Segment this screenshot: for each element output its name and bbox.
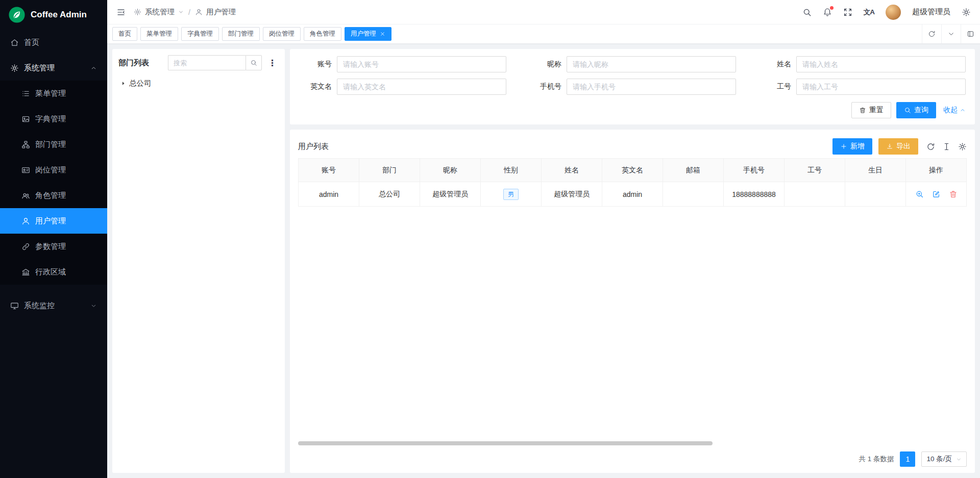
cell-gender: 男 <box>481 182 542 207</box>
breadcrumb-page: 用户管理 <box>206 7 236 17</box>
tab-dict-mgmt[interactable]: 字典管理 <box>181 27 219 41</box>
breadcrumb-section[interactable]: 系统管理 <box>145 7 175 17</box>
sidebar-item-param-mgmt[interactable]: 参数管理 <box>0 234 107 259</box>
sidebar-item-user-mgmt[interactable]: 用户管理 <box>0 208 107 234</box>
close-icon[interactable] <box>380 31 385 37</box>
fullscreen-icon[interactable] <box>843 8 852 17</box>
tab-menu-mgmt[interactable]: 菜单管理 <box>140 27 178 41</box>
chevron-down-icon <box>90 303 97 309</box>
sitemap-icon <box>21 140 30 149</box>
tab-role-mgmt[interactable]: 角色管理 <box>304 27 341 41</box>
department-panel-title: 部门列表 <box>118 58 149 68</box>
tab-home[interactable]: 首页 <box>112 27 137 41</box>
col-dept: 部门 <box>359 159 420 182</box>
department-search <box>168 55 262 70</box>
cell-phone: 18888888888 <box>724 182 785 207</box>
name-input[interactable] <box>796 56 966 72</box>
add-user-button[interactable]: 新增 <box>832 138 872 155</box>
col-account: 账号 <box>299 159 359 182</box>
pagination: 共 1 条数据 1 10 条/页 <box>298 445 967 467</box>
en-name-input[interactable] <box>337 79 506 95</box>
avatar[interactable] <box>886 5 901 20</box>
plus-icon <box>840 143 847 150</box>
sidebar-item-dept-mgmt[interactable]: 部门管理 <box>0 132 107 157</box>
phone-input[interactable] <box>567 79 736 95</box>
notification-dot <box>830 6 834 10</box>
col-email: 邮箱 <box>663 159 724 182</box>
tree-node-root[interactable]: 总公司 <box>118 78 279 89</box>
department-panel: 部门列表 ⋮ 总公司 <box>112 49 285 473</box>
field-en-name: 英文名 <box>299 79 506 95</box>
link-icon <box>21 242 30 251</box>
col-nickname: 昵称 <box>420 159 481 182</box>
row-height-icon[interactable] <box>942 142 951 151</box>
reset-button[interactable]: 重置 <box>851 102 891 118</box>
delete-icon[interactable] <box>949 190 958 198</box>
tab-tools <box>922 24 980 43</box>
sidebar-group-monitor[interactable]: 系统监控 <box>0 293 107 318</box>
user-list-title: 用户列表 <box>298 142 329 152</box>
tab-refresh-icon[interactable] <box>922 24 941 43</box>
bank-icon <box>21 268 30 276</box>
view-icon[interactable] <box>915 190 924 198</box>
column-settings-gear-icon[interactable] <box>958 142 967 151</box>
cell-job-no <box>785 182 845 207</box>
col-birthday: 生日 <box>845 159 906 182</box>
export-button[interactable]: 导出 <box>878 138 918 155</box>
search-icon[interactable] <box>802 8 812 17</box>
search-button[interactable]: 查询 <box>896 102 936 118</box>
tab-user-mgmt[interactable]: 用户管理 <box>345 27 391 41</box>
search-icon <box>250 59 257 66</box>
main-column: 账号 昵称 姓名 英文名 <box>290 49 975 473</box>
chevron-down-icon[interactable] <box>178 9 184 15</box>
sidebar-submenu-system: 菜单管理 字典管理 部门管理 岗位管理 角色管理 用户管理 <box>0 81 107 285</box>
user-list-header: 用户列表 新增 导出 <box>298 135 967 158</box>
gear-icon <box>10 64 19 72</box>
settings-gear-icon[interactable] <box>962 8 971 17</box>
cell-name: 超级管理员 <box>542 182 602 207</box>
sidebar-item-home[interactable]: 首页 <box>0 30 107 55</box>
top-header: 系统管理 / 用户管理 文A 超级管理员 <box>107 0 980 24</box>
sidebar-group-system[interactable]: 系统管理 <box>0 55 107 81</box>
filter-form: 账号 昵称 姓名 英文名 <box>299 56 966 95</box>
logo-icon <box>8 6 26 23</box>
field-account: 账号 <box>299 56 506 72</box>
collapse-filter-button[interactable]: 收起 <box>943 106 966 115</box>
col-phone: 手机号 <box>724 159 785 182</box>
notification-bell-icon[interactable] <box>823 8 832 17</box>
sidebar-item-menu-mgmt[interactable]: 菜单管理 <box>0 81 107 106</box>
current-user-name[interactable]: 超级管理员 <box>912 7 950 17</box>
department-panel-header: 部门列表 ⋮ <box>118 55 279 70</box>
app-title: Coffee Admin <box>31 10 87 20</box>
horizontal-scrollbar[interactable] <box>298 441 713 445</box>
department-search-button[interactable] <box>246 55 262 70</box>
refresh-icon[interactable] <box>926 142 935 151</box>
chevron-up-icon <box>90 65 97 71</box>
nickname-input[interactable] <box>567 56 736 72</box>
translate-icon[interactable]: 文A <box>864 8 874 17</box>
page-size-select[interactable]: 10 条/页 <box>921 451 967 467</box>
gender-tag: 男 <box>503 189 519 200</box>
job-no-input[interactable] <box>796 79 966 95</box>
page-number-button[interactable]: 1 <box>900 451 915 467</box>
sidebar-item-dict-mgmt[interactable]: 字典管理 <box>0 106 107 132</box>
user-icon <box>21 217 30 225</box>
field-job-no: 工号 <box>758 79 966 95</box>
department-search-input[interactable] <box>168 55 246 70</box>
tab-layout-icon[interactable] <box>961 24 980 43</box>
trash-icon <box>859 107 866 114</box>
tab-dept-mgmt[interactable]: 部门管理 <box>222 27 260 41</box>
edit-icon[interactable] <box>932 190 941 198</box>
tab-post-mgmt[interactable]: 岗位管理 <box>263 27 301 41</box>
account-input[interactable] <box>337 56 506 72</box>
menu-fold-icon[interactable] <box>116 8 126 17</box>
cell-dept: 总公司 <box>359 182 420 207</box>
sidebar-item-post-mgmt[interactable]: 岗位管理 <box>0 157 107 183</box>
home-icon <box>10 38 19 47</box>
more-dots-icon[interactable]: ⋮ <box>266 59 279 67</box>
tab-dropdown-chevron-icon[interactable] <box>941 24 961 43</box>
sidebar-item-role-mgmt[interactable]: 角色管理 <box>0 183 107 208</box>
sidebar-item-region[interactable]: 行政区域 <box>0 259 107 285</box>
idcard-icon <box>21 166 30 174</box>
col-name: 姓名 <box>542 159 602 182</box>
